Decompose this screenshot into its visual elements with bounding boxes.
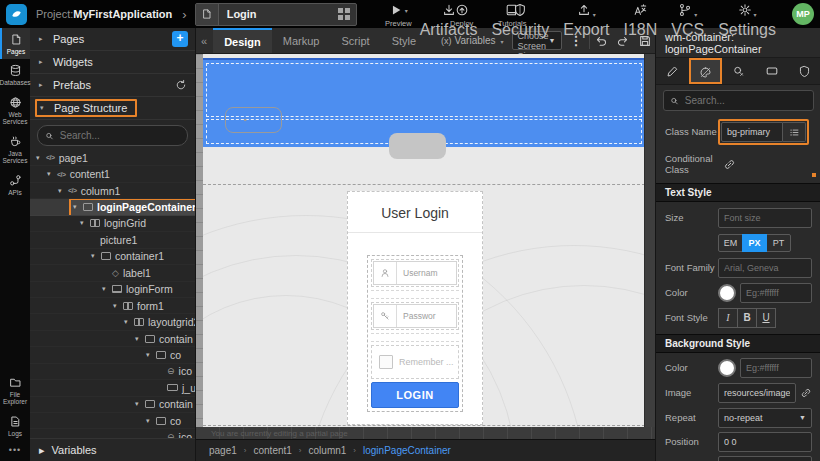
tree-item-container[interactable]: ▾contain <box>30 331 195 347</box>
section-prefabs[interactable]: ▸ Prefabs <box>30 74 195 97</box>
tab-markup[interactable]: Markup <box>272 28 331 53</box>
bg-image-input[interactable] <box>718 383 796 403</box>
caret-down-icon[interactable]: ▾ <box>124 318 133 326</box>
tab-script[interactable]: Script <box>331 28 381 53</box>
caret-down-icon[interactable]: ▾ <box>146 351 155 359</box>
tree-item-icon[interactable]: ⊖ico <box>30 429 195 438</box>
settings-button[interactable]: ▾ Settings <box>718 3 776 39</box>
font-family-input[interactable] <box>718 258 812 278</box>
export-button[interactable]: ▾ Export <box>563 3 609 39</box>
artifacts-button[interactable]: Artifacts <box>420 3 478 39</box>
rail-item-logs[interactable]: Logs <box>0 410 30 441</box>
tab-properties[interactable] <box>656 58 689 84</box>
bg-repeat-select[interactable]: no-repeat ▼ <box>718 408 812 428</box>
tree-item-loginpagecontainer[interactable]: ▾loginPageContainer <box>30 199 195 215</box>
preview-button[interactable]: ▾ Preview <box>385 3 412 28</box>
properties-search[interactable] <box>663 90 814 111</box>
more-options-icon[interactable]: ••• <box>0 441 30 461</box>
text-color-swatch[interactable] <box>718 284 736 302</box>
vcs-button[interactable]: ▾ VCS <box>671 3 704 39</box>
tree-item-container1[interactable]: ▾container1 <box>30 249 195 265</box>
tree-item-icon[interactable]: ⊖ico <box>30 364 195 380</box>
italic-button[interactable]: I <box>718 308 738 328</box>
user-avatar[interactable]: MP <box>792 3 814 25</box>
properties-search-input[interactable] <box>683 94 807 107</box>
breadcrumb-content1[interactable]: content1 <box>253 445 291 456</box>
underline-button[interactable]: U <box>756 308 776 328</box>
class-name-input[interactable] <box>721 122 783 142</box>
remember-me-row[interactable]: Remember ... <box>371 345 459 379</box>
caret-down-icon[interactable]: ▾ <box>80 219 89 227</box>
tab-events[interactable] <box>722 58 755 84</box>
refresh-icon[interactable] <box>175 79 187 91</box>
password-field[interactable]: Passwor <box>373 304 457 328</box>
security-button[interactable]: Security <box>491 3 549 39</box>
collapse-left-panel-button[interactable]: « <box>195 35 213 47</box>
page-tab-login[interactable]: Login <box>195 3 357 26</box>
bg-color-swatch[interactable] <box>718 359 736 377</box>
caret-down-icon[interactable]: ▾ <box>47 170 56 178</box>
bg-position-input[interactable] <box>718 432 812 452</box>
caret-down-icon[interactable]: ▾ <box>146 417 155 425</box>
tab-security[interactable] <box>788 58 820 84</box>
class-list-button[interactable] <box>783 122 806 142</box>
unit-em-button[interactable]: EM <box>718 234 743 252</box>
bg-color-input[interactable] <box>740 358 812 378</box>
caret-down-icon[interactable]: ▾ <box>135 335 144 343</box>
tab-styles[interactable] <box>689 58 722 84</box>
username-field[interactable]: Usernam <box>373 261 457 285</box>
tree-item-content1[interactable]: ▾</>content1 <box>30 166 195 182</box>
bg-size-input[interactable] <box>718 456 812 461</box>
rail-item-java-services[interactable]: Java Services <box>0 130 30 169</box>
bold-button[interactable]: B <box>737 308 757 328</box>
caret-down-icon[interactable]: ▾ <box>36 154 45 162</box>
tree-item-container[interactable]: ▾co <box>30 347 195 363</box>
caret-down-icon[interactable]: ▾ <box>73 203 82 211</box>
i18n-button[interactable]: I18N <box>623 3 657 39</box>
canvas-vertical-scrollbar[interactable] <box>644 54 655 427</box>
rail-item-apis[interactable]: APIs <box>0 169 30 200</box>
caret-down-icon[interactable]: ▾ <box>58 187 67 195</box>
tree-item-column1[interactable]: ▾</>column1 <box>30 183 195 199</box>
tree-item-picture1[interactable]: picture1 <box>30 232 195 248</box>
tree-item-container[interactable]: ▾contain <box>30 397 195 413</box>
unit-pt-button[interactable]: PT <box>766 234 791 252</box>
section-page-structure[interactable]: ▾ Page Structure <box>30 97 195 120</box>
unit-px-button[interactable]: PX <box>742 234 767 252</box>
rail-item-file-explorer[interactable]: File Explorer <box>0 371 30 410</box>
login-form[interactable]: Usernam Passwor Remember ... <box>367 255 463 412</box>
tree-item-label1[interactable]: ◇label1 <box>30 265 195 281</box>
tree-item-logingrid[interactable]: ▾loginGrid <box>30 216 195 232</box>
section-pages[interactable]: ▸ Pages + <box>30 28 195 51</box>
tree-item-form1[interactable]: ▾form1 <box>30 298 195 314</box>
add-page-button[interactable]: + <box>172 31 188 47</box>
link-icon[interactable] <box>723 158 736 171</box>
tree-item-input[interactable]: j_u <box>30 380 195 396</box>
breadcrumb-page1[interactable]: page1 <box>209 445 237 456</box>
text-color-input[interactable] <box>740 283 812 303</box>
structure-search[interactable] <box>37 125 188 146</box>
tree-item-page1[interactable]: ▾</>page1 <box>30 150 195 166</box>
structure-search-input[interactable] <box>58 129 180 142</box>
font-size-input[interactable] <box>718 208 812 228</box>
caret-down-icon[interactable]: ▾ <box>135 400 144 408</box>
caret-down-icon[interactable]: ▾ <box>113 302 122 310</box>
login-button[interactable]: LOGIN <box>371 382 459 408</box>
rail-item-databases[interactable]: Databases <box>0 59 30 90</box>
login-card[interactable]: User Login Usernam Passwor <box>347 191 483 425</box>
image-link-icon[interactable] <box>800 387 812 399</box>
remember-checkbox[interactable] <box>379 355 393 369</box>
tab-design[interactable]: Design <box>213 28 272 53</box>
caret-down-icon[interactable]: ▾ <box>91 252 100 260</box>
picture1-placeholder[interactable] <box>389 133 446 159</box>
rail-item-pages[interactable]: Pages <box>0 28 30 59</box>
section-widgets[interactable]: ▸ Widgets <box>30 51 195 74</box>
caret-down-icon[interactable]: ▾ <box>102 285 111 293</box>
rail-item-web-services[interactable]: Web Services <box>0 91 30 130</box>
breadcrumb-loginpagecontainer[interactable]: loginPageContainer <box>363 445 451 456</box>
tree-item-layoutgrid2[interactable]: ▾layoutgrid2 <box>30 314 195 330</box>
section-variables[interactable]: ▸ Variables <box>30 438 195 461</box>
breadcrumb-column1[interactable]: column1 <box>309 445 347 456</box>
tree-item-loginform[interactable]: ▾loginForm <box>30 282 195 298</box>
tab-device[interactable] <box>755 58 788 84</box>
